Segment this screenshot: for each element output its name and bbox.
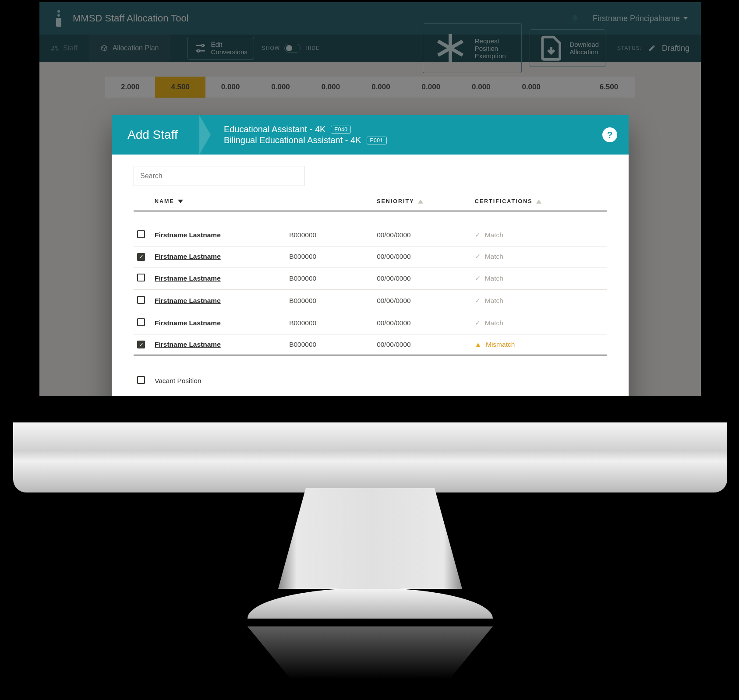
staff-id: B000000 (286, 224, 373, 246)
staff-name-link[interactable]: Firstname Lastname (155, 231, 221, 239)
sort-seniority[interactable]: SENIORITY (377, 198, 423, 204)
staff-seniority: 00/00/0000 (373, 312, 471, 334)
table-row: Firstname Lastname B000000 00/00/0000 ✓M… (134, 224, 607, 246)
staff-table: NAME SENIORITY (134, 198, 607, 392)
vacant-row: Vacant Position (134, 368, 607, 392)
cert-match: ✓Match (475, 274, 603, 282)
staff-name-link[interactable]: Firstname Lastname (155, 297, 221, 304)
position-line-2: Bilingual Educational Assistant - 4K E00… (224, 135, 387, 145)
table-row: Firstname Lastname B000000 00/00/0000 ✓M… (134, 267, 607, 289)
position-line-1: Educational Assistant - 4K E040 (224, 124, 387, 134)
table-row: Firstname Lastname B000000 00/00/0000 ✓M… (134, 289, 607, 312)
imac-chin (13, 422, 727, 492)
position-2-code: E001 (367, 137, 387, 144)
check-icon: ✓ (475, 274, 481, 282)
staff-id: B000000 (286, 334, 373, 355)
modal-header: Add Staff Educational Assistant - 4K E04… (112, 115, 629, 155)
sort-certifications[interactable]: CERTIFICATIONS (475, 198, 541, 204)
warning-icon: ▲ (475, 341, 481, 348)
check-icon: ✓ (475, 231, 481, 239)
sort-asc-icon (536, 200, 541, 204)
row-checkbox[interactable] (137, 341, 145, 348)
cert-mismatch: ▲Mismatch (475, 341, 603, 348)
staff-name-link[interactable]: Firstname Lastname (155, 319, 221, 327)
staff-id: B000000 (286, 267, 373, 289)
modal-title: Add Staff (112, 115, 199, 155)
staff-name-link[interactable]: Firstname Lastname (155, 253, 221, 260)
sort-asc-icon (418, 200, 423, 204)
sort-desc-icon (178, 200, 183, 203)
row-checkbox[interactable] (137, 318, 145, 326)
staff-name-link[interactable]: Firstname Lastname (155, 341, 221, 348)
cert-match: ✓Match (475, 253, 603, 260)
cert-match: ✓Match (475, 319, 603, 327)
col-cert-label: CERTIFICATIONS (475, 198, 533, 204)
row-checkbox[interactable] (137, 296, 145, 304)
staff-seniority: 00/00/0000 (373, 246, 471, 267)
staff-id: B000000 (286, 289, 373, 312)
modal-backdrop: Add Staff Educational Assistant - 4K E04… (39, 2, 701, 396)
imac-stand (278, 488, 462, 589)
staff-id: B000000 (286, 312, 373, 334)
row-checkbox[interactable] (137, 274, 145, 281)
check-icon: ✓ (475, 253, 481, 260)
position-1-code: E040 (331, 126, 351, 134)
sort-name[interactable]: NAME (155, 198, 183, 204)
table-row: Firstname Lastname B000000 00/00/0000 ✓M… (134, 246, 607, 267)
vacant-label: Vacant Position (151, 368, 607, 392)
help-button[interactable]: ? (602, 127, 617, 142)
staff-seniority: 00/00/0000 (373, 334, 471, 355)
col-seniority-label: SENIORITY (377, 198, 414, 204)
col-name-label: NAME (155, 198, 174, 204)
cert-match: ✓Match (475, 231, 603, 239)
app-root: MMSD Staff Allocation Tool Firstname Pri… (39, 2, 701, 396)
check-icon: ✓ (475, 319, 481, 327)
imac-reflection (248, 626, 493, 692)
staff-seniority: 00/00/0000 (373, 224, 471, 246)
staff-name-link[interactable]: Firstname Lastname (155, 274, 221, 282)
cert-match: ✓Match (475, 297, 603, 305)
search-input[interactable] (134, 166, 304, 186)
check-icon: ✓ (475, 297, 481, 305)
staff-id: B000000 (286, 246, 373, 267)
row-checkbox[interactable] (137, 253, 145, 261)
add-staff-modal: Add Staff Educational Assistant - 4K E04… (112, 115, 629, 396)
staff-seniority: 00/00/0000 (373, 267, 471, 289)
row-checkbox[interactable] (137, 376, 145, 384)
staff-seniority: 00/00/0000 (373, 289, 471, 312)
table-row: Firstname Lastname B000000 00/00/0000 ✓M… (134, 312, 607, 334)
imac-device-frame: MMSD Staff Allocation Tool Firstname Pri… (13, 0, 727, 692)
imac-foot (248, 588, 493, 619)
table-row: Firstname Lastname B000000 00/00/0000 ▲M… (134, 334, 607, 355)
position-1-title: Educational Assistant - 4K (224, 124, 325, 134)
position-2-title: Bilingual Educational Assistant - 4K (224, 135, 361, 145)
row-checkbox[interactable] (137, 230, 145, 238)
